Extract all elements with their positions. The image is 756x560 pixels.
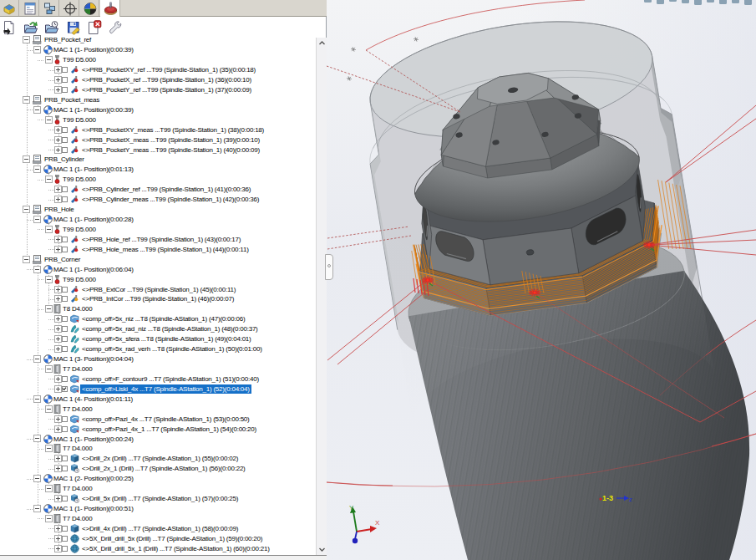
svg-text:X: X (375, 519, 380, 527)
svg-text:z: z (629, 496, 632, 503)
svg-text:1-3: 1-3 (602, 494, 613, 502)
svg-text:Y: Y (349, 504, 354, 512)
